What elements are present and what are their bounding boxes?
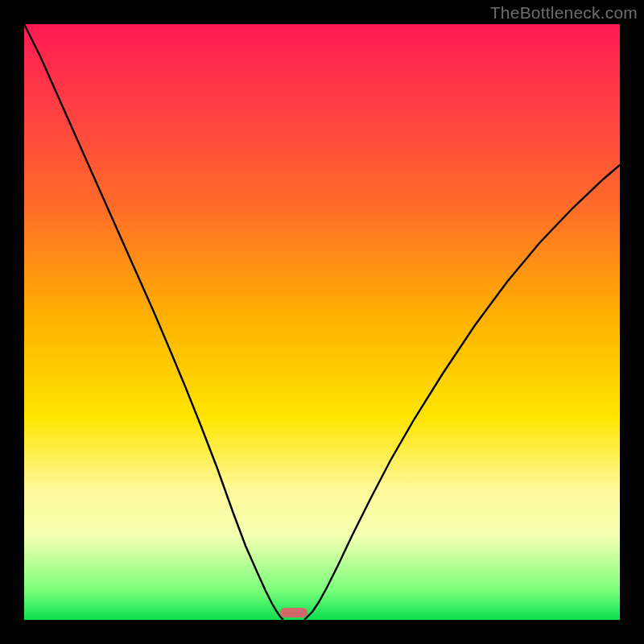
bottleneck-curve	[24, 24, 620, 620]
optimum-marker	[280, 608, 308, 617]
plot-area	[24, 24, 620, 620]
chart-frame: TheBottleneck.com	[0, 0, 644, 644]
watermark-text: TheBottleneck.com	[490, 3, 638, 23]
left-branch-curve	[24, 24, 283, 620]
right-branch-curve	[304, 165, 620, 620]
